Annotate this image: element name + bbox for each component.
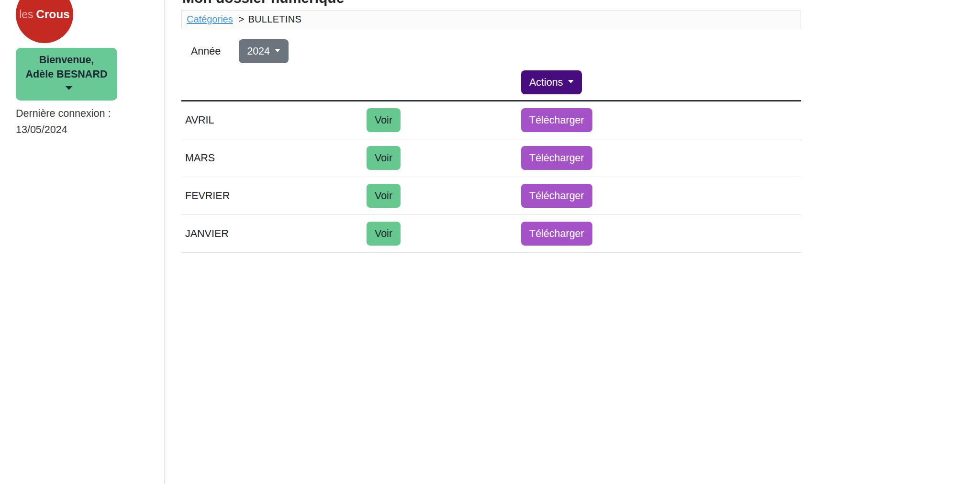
download-button[interactable]: Télécharger [521, 222, 592, 246]
view-button[interactable]: Voir [367, 222, 401, 246]
download-button[interactable]: Télécharger [521, 108, 592, 132]
breadcrumb: Catégories > BULLETINS [181, 10, 801, 28]
download-button[interactable]: Télécharger [521, 184, 592, 208]
table-header-row: Actions [181, 63, 801, 101]
breadcrumb-current: BULLETINS [248, 14, 301, 25]
crous-logo: lesCrous [16, 0, 73, 43]
breadcrumb-separator: > [239, 14, 245, 25]
last-connection-date: 13/05/2024 [16, 122, 111, 138]
header-cell-actions: Actions [517, 63, 801, 101]
caret-down-icon [568, 80, 574, 83]
page-title: Mon dossier numérique [182, 0, 801, 7]
table-row: JANVIER Voir Télécharger [181, 215, 801, 253]
main-content: Mon dossier numérique Catégories > BULLE… [165, 0, 980, 484]
year-filter-row: Année 2024 [181, 39, 801, 63]
header-cell-empty [181, 63, 363, 101]
actions-dropdown[interactable]: Actions [521, 70, 582, 94]
view-button[interactable]: Voir [367, 184, 401, 208]
welcome-greeting: Bienvenue, [21, 53, 112, 67]
last-connection-label: Dernière connexion : [16, 105, 111, 122]
last-connection: Dernière connexion : 13/05/2024 [16, 105, 111, 138]
year-label: Année [191, 45, 221, 57]
view-button[interactable]: Voir [367, 146, 401, 170]
table-row: FEVRIER Voir Télécharger [181, 177, 801, 215]
welcome-username-line: Adèle BESNARD [21, 67, 112, 96]
welcome-username: Adèle BESNARD [26, 68, 108, 80]
month-label: FEVRIER [181, 177, 363, 215]
header-cell-empty [363, 63, 517, 101]
month-label: JANVIER [181, 215, 363, 253]
caret-down-icon [66, 86, 72, 90]
month-label: MARS [181, 139, 363, 177]
logo-prefix-text: les [19, 8, 33, 21]
logo-brand-text: Crous [36, 8, 70, 21]
year-dropdown[interactable]: 2024 [239, 39, 289, 63]
sidebar: lesCrous Bienvenue, Adèle BESNARD Derniè… [0, 0, 165, 484]
breadcrumb-categories-link[interactable]: Catégories [187, 14, 233, 25]
caret-down-icon [275, 49, 280, 52]
download-button[interactable]: Télécharger [521, 146, 592, 170]
table-row: AVRIL Voir Télécharger [181, 101, 801, 139]
documents-table: Actions AVRIL Voir Télécharger MARS Voir… [181, 63, 801, 253]
view-button[interactable]: Voir [367, 108, 401, 132]
month-label: AVRIL [181, 101, 363, 139]
year-dropdown-value: 2024 [247, 45, 270, 57]
table-row: MARS Voir Télécharger [181, 139, 801, 177]
user-menu-button[interactable]: Bienvenue, Adèle BESNARD [16, 48, 117, 101]
actions-dropdown-label: Actions [529, 77, 563, 89]
